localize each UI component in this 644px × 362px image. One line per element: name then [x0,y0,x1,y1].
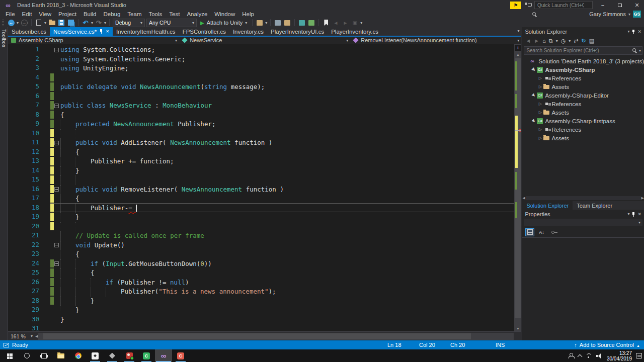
pending-changes-filter-icon[interactable] [561,38,566,44]
toolbox-tab[interactable]: Toolbox [0,27,8,340]
code-line-17[interactable]: 17{ [8,194,514,203]
code-line-13[interactable]: 13Publisher += function; [8,156,514,166]
solution-explorer-header[interactable]: Solution Explorer [522,27,644,36]
code-line-30[interactable]: 30} [8,315,514,324]
undo-button[interactable] [82,19,90,27]
window-menu-chevron-icon[interactable] [627,212,629,216]
code-line-31[interactable]: 31 [8,324,514,331]
code-line-25[interactable]: 25{ [8,268,514,278]
collapsed-arrow-icon[interactable] [537,127,543,132]
toolbar-overflow-chevron-icon[interactable] [360,21,362,25]
code-line-19[interactable]: 19} [8,212,514,222]
refresh-icon[interactable] [582,38,586,44]
solution-configuration-dropdown[interactable]: Debug [113,19,145,27]
tree-scrollbar-track[interactable] [526,196,641,200]
solution-platform-dropdown[interactable]: Any CPU [146,19,197,27]
menu-help[interactable]: Help [238,11,258,17]
categorized-button[interactable] [525,228,534,236]
column-indicator[interactable]: Col 20 [419,340,435,349]
vertical-scrollbar[interactable]: + [514,44,521,331]
collapse-region-icon[interactable] [54,104,59,108]
home-icon[interactable] [542,38,546,44]
menu-team[interactable]: Team [124,11,145,17]
alphabetical-button[interactable]: A↓ [537,228,546,236]
previous-bookmark-button[interactable]: ◄ [332,19,340,27]
tab-fpscontroller-cs[interactable]: FPSController.cs [179,27,229,36]
pin-icon[interactable] [99,29,103,35]
tree-item-references[interactable]: References [522,100,644,108]
chevron-down-icon[interactable] [556,39,558,43]
property-pages-button[interactable] [548,228,557,236]
horizontal-scrollbar-thumb[interactable] [43,333,471,339]
cortana-button[interactable] [18,349,35,362]
add-to-source-control-button[interactable]: Add to Source Control [574,340,640,349]
quick-launch-input[interactable] [534,1,593,9]
horizontal-scrollbar-track[interactable] [38,333,514,340]
save-button[interactable] [57,19,65,27]
collapse-region-icon[interactable] [54,48,59,52]
menu-analyze[interactable]: Analyze [183,11,211,17]
collapsed-arrow-icon[interactable] [537,76,543,80]
properties-header[interactable]: Properties [522,210,644,218]
visual-studio-button[interactable] [155,349,172,362]
code-area[interactable]: 1using System.Collections;2using System.… [8,44,514,331]
tab-inventory-cs[interactable]: Inventory.cs [229,27,267,36]
feedback-button[interactable] [256,19,264,27]
feedback-icon[interactable] [524,2,531,8]
properties-object-dropdown[interactable] [524,219,642,226]
increase-indent-button[interactable] [298,19,306,27]
close-button[interactable] [630,0,644,10]
code-line-26[interactable]: 26if (Publisher != null) [8,278,514,287]
code-line-24[interactable]: 24if (Input.GetMouseButtonDown(0)) [8,259,514,268]
chevron-down-icon[interactable] [569,39,571,43]
menu-tools[interactable]: Tools [145,11,166,17]
collapsed-arrow-icon[interactable] [537,84,543,89]
task-view-button[interactable] [35,349,52,362]
collapsed-arrow-icon[interactable] [537,136,543,140]
scroll-left-arrow-icon[interactable] [35,333,38,339]
code-line-16[interactable]: 16public void RemoveListener( NewsAnnoun… [8,185,514,194]
chevron-down-icon[interactable] [44,21,46,25]
expanded-arrow-icon[interactable] [531,93,536,98]
code-line-29[interactable]: 29} [8,305,514,315]
vertical-scrollbar-track[interactable] [514,57,521,325]
scroll-right-arrow-icon[interactable] [641,195,644,201]
solution-search-input[interactable] [524,48,632,53]
open-file-button[interactable] [48,19,56,27]
code-line-22[interactable]: 22void Update() [8,240,514,250]
uncomment-button[interactable] [283,19,291,27]
code-line-6[interactable]: 6 [8,92,514,101]
code-line-1[interactable]: 1using System.Collections; [8,45,514,54]
close-icon[interactable] [637,212,641,217]
properties-icon[interactable] [589,38,594,44]
navigate-forward-button[interactable]: → [20,19,28,27]
code-line-20[interactable]: 20 [8,222,514,231]
collapse-region-icon[interactable] [54,243,59,247]
tab-subscriber-cs[interactable]: Subscriber.cs [8,27,50,36]
tree-item-assembly-csharp-editor[interactable]: Assembly-CSharp-Editor [522,91,644,100]
tab-list-chevron-icon[interactable] [517,29,519,33]
camtasia-button[interactable] [138,349,155,362]
forward-button[interactable]: ► [534,38,539,44]
clear-bookmarks-button[interactable]: ▣ [351,19,359,27]
red-person-button[interactable] [121,349,138,362]
code-line-9[interactable]: 9protected NewsAnnouncement Publisher; [8,119,514,129]
tab-inventoryitemhealth-cs[interactable]: InventoryItemHealth.cs [113,27,179,36]
navigate-backward-button[interactable]: ← [7,19,15,27]
close-icon[interactable] [637,29,641,34]
scroll-up-arrow-icon[interactable] [514,51,521,57]
start-button[interactable] [1,349,18,362]
comment-button[interactable] [274,19,282,27]
toggle-bookmark-button[interactable] [322,19,330,27]
tab-newsservice-cs[interactable]: NewsService.cs*✕ [50,27,113,36]
code-line-21[interactable]: 21// Update is called once per frame [8,231,514,240]
chrome-button[interactable] [69,349,87,362]
tree-item-references[interactable]: References [522,74,644,82]
chevron-down-icon[interactable] [628,12,630,17]
action-center-button[interactable] [636,353,642,358]
code-line-3[interactable]: 3using UnityEngine; [8,63,514,73]
zoom-level-dropdown[interactable]: 161 % [8,333,35,339]
wifi-icon[interactable] [586,353,592,358]
code-line-12[interactable]: 12{ [8,147,514,157]
camtasia-recorder-button[interactable] [172,349,189,362]
